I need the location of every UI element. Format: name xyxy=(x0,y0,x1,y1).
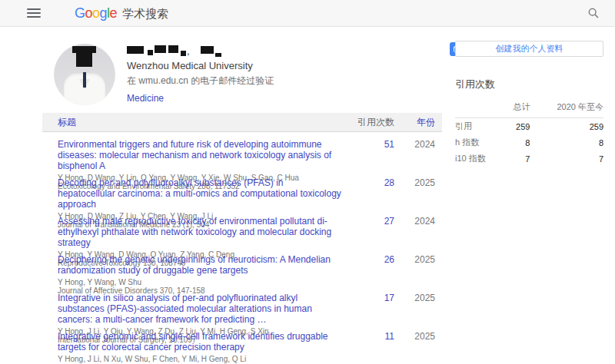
metric-since: 259 xyxy=(530,118,603,135)
sort-by-year[interactable]: 年份 xyxy=(394,116,437,129)
citations-panel: 引用次数 总计 2020 年至今 引用 259 259 h 指数 8 8 xyxy=(455,78,603,167)
profile-name-redacted: , xyxy=(127,44,438,58)
citations-table: 总计 2020 年至今 引用 259 259 h 指数 8 8 i10 指数 7 xyxy=(455,99,603,167)
article-title-link[interactable]: Decoding per-and polyfluoroalkyl substan… xyxy=(58,177,342,210)
article-year: 2025 xyxy=(394,293,437,324)
article-year: 2025 xyxy=(394,254,437,286)
cited-by-count-link[interactable]: 51 xyxy=(342,139,394,170)
metric-label: h 指数 xyxy=(455,134,504,151)
citations-row: i10 指数 7 7 xyxy=(455,151,603,167)
article-authors: Y Hong, Y Wang, W Shu xyxy=(58,278,342,286)
cited-by-count-link[interactable]: 28 xyxy=(342,177,394,209)
cited-by-count-link[interactable]: 26 xyxy=(342,254,394,286)
article-year: 2024 xyxy=(394,216,437,247)
citations-row: 引用 259 259 xyxy=(455,118,603,135)
metric-all: 7 xyxy=(504,151,530,167)
sort-by-citations[interactable]: 引用次数 xyxy=(342,116,394,129)
article-title-link[interactable]: Environmental triggers and future risk o… xyxy=(58,139,342,171)
article-title-link[interactable]: Integrative genomic and single-cell fram… xyxy=(58,331,342,352)
article-authors: Y Hong, J Li, N Xu, W Shu, F Chen, Y Mi,… xyxy=(58,355,342,363)
interest-link-medicine[interactable]: Medicine xyxy=(127,93,164,104)
hamburger-menu-icon[interactable] xyxy=(27,8,41,18)
cited-by-count-link[interactable]: 27 xyxy=(342,216,394,247)
profile-section: , Wenzhou Medical University 在 wmu.edu.c… xyxy=(54,42,438,104)
citations-col-since: 2020 年至今 xyxy=(530,99,603,118)
avatar[interactable] xyxy=(54,44,115,105)
metric-all: 259 xyxy=(504,118,530,135)
right-sidebar: 创建我的个人资料 引用次数 总计 2020 年至今 引用 259 259 h 指… xyxy=(455,41,603,167)
citations-row: h 指数 8 8 xyxy=(455,134,603,151)
article-title-link[interactable]: Deciphering the genetic underpinnings of… xyxy=(58,254,342,276)
metric-label: i10 指数 xyxy=(455,151,504,167)
metric-since: 7 xyxy=(530,151,603,167)
google-scholar-logo[interactable]: Google 学术搜索 xyxy=(75,5,168,22)
sort-by-title[interactable]: 标题 xyxy=(42,116,342,129)
product-name: 学术搜索 xyxy=(122,7,168,22)
face-redaction-box xyxy=(72,46,96,53)
cited-by-count-link[interactable]: 11 xyxy=(342,331,394,362)
citations-title[interactable]: 引用次数 xyxy=(455,78,603,91)
article-year: 2024 xyxy=(394,139,437,170)
article-title-link[interactable]: Assessing male reproductive toxicity of … xyxy=(58,216,342,248)
affiliation: Wenzhou Medical University xyxy=(127,60,438,71)
google-logo: Google xyxy=(75,5,117,22)
citations-col-all: 总计 xyxy=(504,99,530,118)
article-year: 2025 xyxy=(394,331,437,362)
article-title-link[interactable]: Integrative in silico analysis of per-an… xyxy=(58,293,342,325)
search-icon[interactable] xyxy=(586,5,601,21)
cited-by-count-link[interactable]: 17 xyxy=(342,293,394,324)
metric-all: 8 xyxy=(504,134,530,151)
create-profile-button[interactable]: 创建我的个人资料 xyxy=(455,41,603,57)
metric-since: 8 xyxy=(530,134,603,151)
top-app-bar: Google 学术搜索 xyxy=(0,0,615,27)
metric-label: 引用 xyxy=(455,118,504,135)
verified-email: 在 wmu.edu.cn 的电子邮件经过验证 xyxy=(127,74,438,88)
article-year: 2025 xyxy=(394,177,437,209)
publications-table: 标题 引用次数 年份 Environmental triggers and fu… xyxy=(42,113,442,362)
publications-header-row: 标题 引用次数 年份 xyxy=(42,113,442,132)
article-row: Environmental triggers and future risk o… xyxy=(42,132,442,170)
